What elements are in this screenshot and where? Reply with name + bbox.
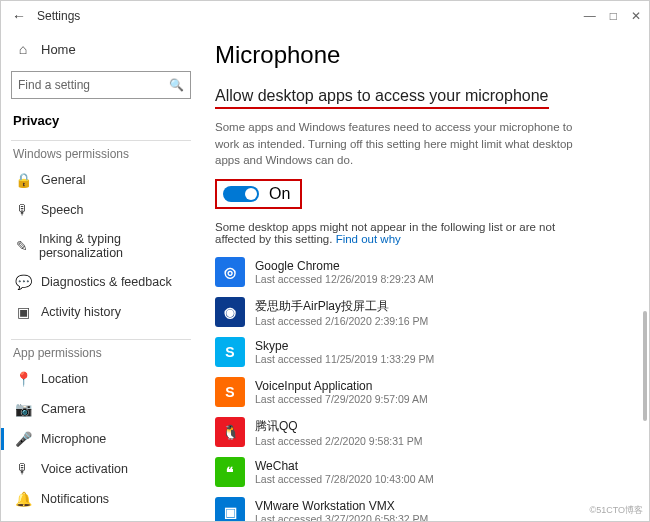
app-name: 腾讯QQ (255, 418, 423, 435)
section-description: Some apps and Windows features need to a… (215, 119, 595, 169)
window-title: Settings (37, 9, 80, 23)
titlebar: ← Settings — □ ✕ (1, 1, 649, 31)
sidebar-item-notifications[interactable]: 🔔Notifications (11, 484, 191, 514)
close-icon[interactable]: ✕ (631, 9, 641, 23)
nav-icon: 💬 (15, 274, 31, 290)
app-last-accessed: Last accessed 11/25/2019 1:33:29 PM (255, 353, 434, 365)
sidebar-item-microphone[interactable]: 🎤Microphone (11, 424, 191, 454)
sidebar: ⌂ Home Find a setting 🔍 Privacy Windows … (1, 31, 201, 521)
app-row: ▣VMware Workstation VMXLast accessed 3/2… (215, 495, 635, 521)
watermark: ©51CTO博客 (590, 504, 643, 517)
app-last-accessed: Last accessed 2/2/2020 9:58:31 PM (255, 435, 423, 447)
sidebar-item-label: General (41, 173, 85, 187)
content-pane: Microphone Allow desktop apps to access … (201, 31, 649, 521)
group-win-perms: Windows permissions (13, 147, 191, 161)
minimize-icon[interactable]: — (584, 9, 596, 23)
toggle-allow-desktop-apps[interactable]: On (215, 179, 302, 209)
nav-icon: 🔒 (15, 172, 31, 188)
sidebar-item-activity-history[interactable]: ▣Activity history (11, 297, 191, 327)
section-heading: Allow desktop apps to access your microp… (215, 87, 549, 109)
app-row: ◉爱思助手AirPlay投屏工具Last accessed 2/16/2020 … (215, 295, 635, 329)
section-privacy: Privacy (13, 113, 191, 128)
divider (11, 140, 191, 141)
app-name: VoiceInput Application (255, 379, 428, 393)
app-list: ◎Google ChromeLast accessed 12/26/2019 8… (215, 255, 635, 521)
search-icon: 🔍 (169, 78, 184, 92)
nav-icon: ✎ (15, 238, 29, 254)
sidebar-item-label: Speech (41, 203, 83, 217)
sidebar-item-label: Inking & typing personalization (39, 232, 187, 260)
nav-icon: ▣ (15, 304, 31, 320)
sidebar-item-label: Microphone (41, 432, 106, 446)
app-icon: ◉ (215, 297, 245, 327)
nav-icon: 🎙 (15, 202, 31, 218)
app-name: 爱思助手AirPlay投屏工具 (255, 298, 428, 315)
app-row: ❝WeChatLast accessed 7/28/2020 10:43:00 … (215, 455, 635, 489)
toggle-label: On (269, 185, 290, 203)
app-icon: 🐧 (215, 417, 245, 447)
sidebar-item-camera[interactable]: 📷Camera (11, 394, 191, 424)
home-nav[interactable]: ⌂ Home (11, 35, 191, 63)
back-icon[interactable]: ← (9, 8, 29, 24)
sidebar-item-voice-activation[interactable]: 🎙Voice activation (11, 454, 191, 484)
app-name: VMware Workstation VMX (255, 499, 428, 513)
app-name: Skype (255, 339, 434, 353)
app-icon: S (215, 377, 245, 407)
nav-icon: 📷 (15, 401, 31, 417)
sidebar-item-label: Voice activation (41, 462, 128, 476)
sidebar-item-label: Location (41, 372, 88, 386)
nav-icon: 🎙 (15, 461, 31, 477)
sidebar-item-inking-typing-personalization[interactable]: ✎Inking & typing personalization (11, 225, 191, 267)
home-icon: ⌂ (15, 41, 31, 57)
nav-icon: 🎤 (15, 431, 31, 447)
sidebar-item-label: Diagnostics & feedback (41, 275, 172, 289)
app-row: ◎Google ChromeLast accessed 12/26/2019 8… (215, 255, 635, 289)
app-last-accessed: Last accessed 3/27/2020 6:58:32 PM (255, 513, 428, 521)
sidebar-item-label: Camera (41, 402, 85, 416)
app-icon: ▣ (215, 497, 245, 521)
note-text: Some desktop apps might not appear in th… (215, 221, 595, 245)
sidebar-item-general[interactable]: 🔒General (11, 165, 191, 195)
sidebar-item-speech[interactable]: 🎙Speech (11, 195, 191, 225)
app-last-accessed: Last accessed 12/26/2019 8:29:23 AM (255, 273, 434, 285)
group-app-perms: App permissions (13, 346, 191, 360)
toggle-switch[interactable] (223, 186, 259, 202)
app-name: Google Chrome (255, 259, 434, 273)
nav-icon: 📍 (15, 371, 31, 387)
find-out-why-link[interactable]: Find out why (336, 233, 401, 245)
nav-icon: 🔔 (15, 491, 31, 507)
app-row: SSkypeLast accessed 11/25/2019 1:33:29 P… (215, 335, 635, 369)
app-name: WeChat (255, 459, 434, 473)
app-last-accessed: Last accessed 7/29/2020 9:57:09 AM (255, 393, 428, 405)
divider (11, 339, 191, 340)
search-input[interactable]: Find a setting 🔍 (11, 71, 191, 99)
app-icon: S (215, 337, 245, 367)
app-icon: ◎ (215, 257, 245, 287)
scrollbar[interactable] (643, 311, 647, 421)
app-icon: ❝ (215, 457, 245, 487)
sidebar-item-diagnostics-feedback[interactable]: 💬Diagnostics & feedback (11, 267, 191, 297)
search-placeholder: Find a setting (18, 78, 169, 92)
app-last-accessed: Last accessed 2/16/2020 2:39:16 PM (255, 315, 428, 327)
sidebar-item-label: Activity history (41, 305, 121, 319)
sidebar-item-label: Notifications (41, 492, 109, 506)
app-row: 🐧腾讯QQLast accessed 2/2/2020 9:58:31 PM (215, 415, 635, 449)
app-row: SVoiceInput ApplicationLast accessed 7/2… (215, 375, 635, 409)
home-label: Home (41, 42, 76, 57)
page-title: Microphone (215, 41, 635, 69)
app-last-accessed: Last accessed 7/28/2020 10:43:00 AM (255, 473, 434, 485)
maximize-icon[interactable]: □ (610, 9, 617, 23)
sidebar-item-location[interactable]: 📍Location (11, 364, 191, 394)
